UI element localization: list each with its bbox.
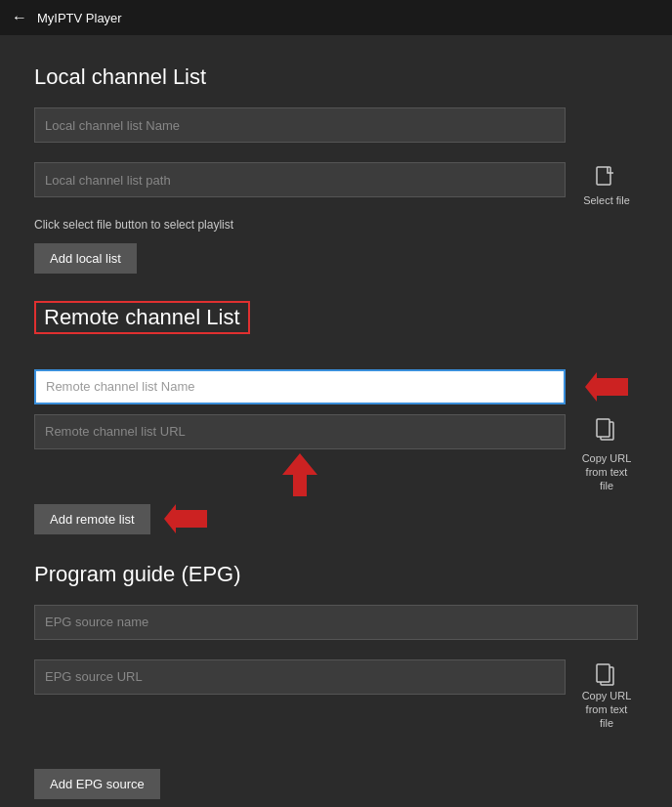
- svg-marker-5: [282, 453, 317, 496]
- copy-url-icon: [596, 418, 617, 444]
- title-bar: ← MyIPTV Player: [0, 0, 672, 35]
- select-file-label-2: Select file: [583, 193, 630, 207]
- epg-name-input[interactable]: [34, 605, 638, 640]
- red-arrow-left-icon: [585, 372, 628, 402]
- epg-copy-url-action[interactable]: Copy URL from text file: [575, 659, 638, 731]
- svg-marker-6: [164, 504, 207, 533]
- add-remote-row: Add remote list: [34, 504, 638, 534]
- local-channel-section: Local channel List Select file Select fi…: [34, 64, 638, 274]
- svg-rect-8: [597, 664, 609, 682]
- red-arrow-left-2-icon: [164, 504, 207, 533]
- epg-url-input[interactable]: [34, 659, 566, 695]
- copy-url-action[interactable]: [575, 414, 638, 444]
- svg-rect-4: [597, 419, 609, 437]
- app-title: MyIPTV Player: [37, 11, 122, 25]
- local-channel-title: Local channel List: [34, 64, 638, 90]
- add-local-list-button[interactable]: Add local list: [34, 243, 137, 274]
- main-content: Local channel List Select file Select fi…: [0, 35, 672, 807]
- remote-name-input[interactable]: [34, 369, 566, 404]
- select-file-side-action[interactable]: Select file: [575, 162, 638, 207]
- copy-url-label-row: Copy URL from text file: [34, 449, 638, 496]
- svg-marker-2: [585, 372, 628, 402]
- red-arrow-up-icon: [282, 453, 317, 496]
- remote-channel-section: Remote channel List: [34, 301, 638, 534]
- remote-name-row: [34, 369, 638, 404]
- select-file-icon: [595, 166, 618, 193]
- epg-url-row: Copy URL from text file: [34, 659, 638, 731]
- add-remote-list-button[interactable]: Add remote list: [34, 504, 150, 534]
- remote-url-row: [34, 414, 638, 449]
- copy-url-text-label: Copy URL from text file: [582, 451, 632, 493]
- local-name-row: Select file: [34, 107, 638, 152]
- local-path-row: Select file: [34, 162, 638, 207]
- local-name-input[interactable]: [34, 107, 566, 143]
- epg-section: Program guide (EPG) Copy URL from text f…: [34, 562, 638, 800]
- epg-name-row: [34, 605, 638, 650]
- local-instruction: Click select file button to select playl…: [34, 218, 638, 232]
- add-epg-source-button[interactable]: Add EPG source: [34, 769, 160, 799]
- remote-channel-title: Remote channel List: [34, 301, 250, 334]
- remote-url-input[interactable]: [34, 414, 566, 449]
- local-path-input[interactable]: [34, 162, 566, 197]
- svg-rect-1: [597, 167, 610, 185]
- epg-copy-url-label: Copy URL from text file: [582, 689, 632, 731]
- remote-name-arrow-area: [575, 372, 638, 402]
- epg-spacer: [34, 738, 638, 769]
- epg-title: Program guide (EPG): [34, 562, 638, 587]
- epg-copy-url-icon: [596, 663, 617, 689]
- back-button[interactable]: ←: [12, 9, 27, 26]
